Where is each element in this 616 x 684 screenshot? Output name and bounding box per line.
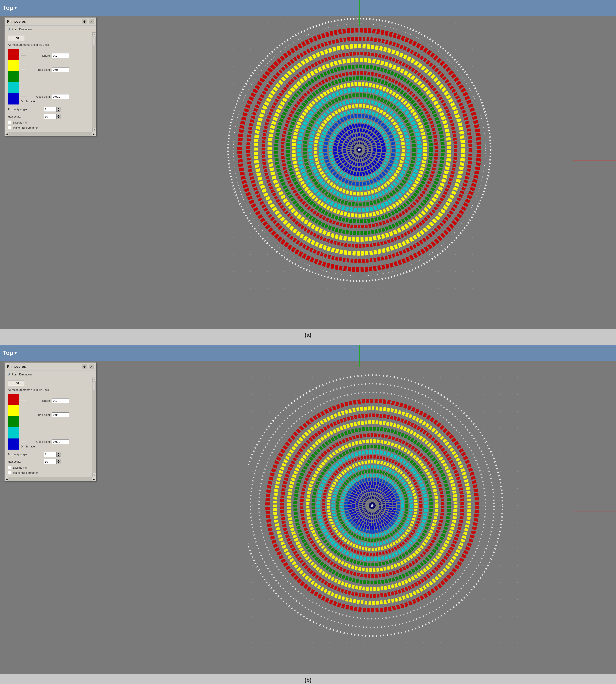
hair-scale-arrows-b: ▲ ▼ — [57, 459, 61, 464]
color-swatches-a — [8, 49, 19, 105]
vscroll-down-b[interactable]: ▼ — [92, 473, 96, 477]
swatch-green-a — [8, 71, 19, 82]
display-hair-checkbox-b[interactable] — [8, 466, 11, 469]
line-good-b — [21, 442, 26, 442]
tab-label-a: Point Deviation — [12, 27, 31, 31]
hscroll-right-b[interactable]: ▶ — [92, 477, 96, 481]
close-icon-a[interactable]: ✕ — [89, 19, 94, 24]
end-button-a[interactable]: End — [8, 35, 24, 41]
good-point-label-a: Good point: — [27, 95, 51, 98]
vscroll-thumb-b[interactable] — [93, 382, 96, 391]
circles-svg-a — [220, 11, 498, 289]
hair-scale-spinner-a: ▲ ▼ — [44, 114, 61, 119]
end-button-b[interactable]: End — [8, 380, 24, 386]
vscroll-thumb-a[interactable] — [93, 37, 96, 45]
ignore-input-b[interactable] — [52, 398, 69, 403]
axis-h-a — [573, 160, 616, 160]
proximity-input-a[interactable] — [44, 107, 57, 112]
hscroll-track-b — [9, 477, 92, 481]
bad-point-row-a: Bad point: — [21, 67, 89, 72]
make-hair-row-b: Make hair permanent — [8, 471, 89, 475]
panel-scroll-content-b: End All measurements are in file units — [5, 378, 92, 477]
vscroll-up-a[interactable]: ▲ — [92, 32, 96, 36]
color-fields-a: Ignore: Bad point: — [8, 49, 89, 105]
good-point-row-a: Good point: — [21, 94, 89, 99]
proximity-row-b: Proximity angle: ▲ ▼ — [8, 452, 89, 457]
swatch-red-a — [8, 49, 19, 60]
ignore-row-a: Ignore: — [21, 53, 89, 58]
hair-scale-input-a[interactable] — [44, 114, 57, 119]
panel-scroll-wrapper-a: End All measurements are in file units — [5, 32, 96, 132]
settings-icon-b[interactable]: ⚙ — [82, 364, 87, 369]
proximity-spinner-a: ▲ ▼ — [44, 107, 61, 112]
proximity-angle-label-a: Proximity angle: — [8, 108, 42, 111]
hair-scale-up-b[interactable]: ▲ — [57, 459, 61, 462]
hscroll-left-a[interactable]: ◀ — [5, 132, 9, 136]
vscroll-up-b[interactable]: ▲ — [92, 378, 96, 381]
svg-point-53 — [371, 504, 373, 507]
make-hair-checkbox-a[interactable] — [8, 126, 11, 129]
hair-scale-arrows-a: ▲ ▼ — [57, 114, 61, 119]
good-point-input-b[interactable] — [52, 439, 69, 444]
axis-h-b — [573, 511, 616, 512]
vscrollbar-b: ▲ ▼ — [92, 378, 96, 477]
proximity-up-b[interactable]: ▲ — [57, 452, 61, 454]
ignore-input-a[interactable] — [52, 53, 69, 58]
viewport-dropdown-b[interactable]: ▾ — [15, 350, 17, 356]
line-bad-b — [21, 415, 26, 415]
settings-icon-a[interactable]: ⚙ — [82, 19, 87, 24]
panel-scroll-content-a: End All measurements are in file units — [5, 32, 92, 132]
proximity-down-b[interactable]: ▼ — [57, 454, 61, 457]
display-hair-row-a: Display hair — [8, 121, 89, 124]
hair-scale-label-a: Hair scale: — [8, 115, 42, 118]
panel-content-b: End All measurements are in file units — [5, 378, 92, 477]
hair-scale-input-b[interactable] — [44, 459, 57, 464]
hair-scale-down-a[interactable]: ▼ — [57, 116, 61, 119]
good-point-input-a[interactable] — [52, 94, 69, 99]
panel-tab-b[interactable]: ⇄ Point Deviation — [5, 371, 96, 378]
proximity-input-b[interactable] — [44, 452, 57, 457]
hscroll-track-a — [9, 132, 92, 136]
viewport-dropdown-a[interactable]: ▾ — [15, 5, 17, 10]
vscroll-down-a[interactable]: ▼ — [92, 128, 96, 132]
proximity-down-a[interactable]: ▼ — [57, 109, 61, 112]
ignore-label-b: Ignore: — [27, 399, 51, 402]
make-hair-checkbox-b[interactable] — [8, 471, 11, 475]
caption-b: (b) — [0, 674, 616, 684]
hscroll-right-a[interactable]: ▶ — [92, 132, 96, 136]
rhino-panel-icons-b: ⚙ ✕ — [82, 364, 94, 369]
proximity-up-a[interactable]: ▲ — [57, 107, 61, 109]
panel-content-a: End All measurements are in file units — [5, 32, 92, 132]
swatch-red-b — [8, 394, 19, 405]
svg-point-25 — [358, 149, 361, 151]
line-ignore-a — [21, 56, 26, 56]
display-hair-checkbox-a[interactable] — [8, 121, 11, 124]
line-good-a — [21, 96, 26, 97]
viz-area-a — [103, 0, 616, 320]
panel-divider — [0, 341, 616, 345]
hair-scale-down-b[interactable]: ▼ — [57, 462, 61, 464]
rhino-panel-header-a: Rhinoceros ⚙ ✕ — [5, 18, 96, 26]
fields-column-b: Ignore: Bad point: — [19, 394, 89, 448]
ignore-row-b: Ignore: — [21, 398, 89, 403]
bad-point-input-a[interactable] — [52, 67, 69, 72]
hair-scale-row-b: Hair scale: ▲ ▼ — [8, 459, 89, 464]
swatch-green-b — [8, 416, 19, 427]
swatch-cyan-a — [8, 82, 19, 93]
swatch-blue-a — [8, 93, 19, 105]
swatch-yellow-b — [8, 405, 19, 416]
vscrollbar-a: ▲ ▼ — [92, 32, 96, 132]
hair-scale-up-a[interactable]: ▲ — [57, 114, 61, 116]
rhino-panel-a: Rhinoceros ⚙ ✕ ⇄ Point Deviation End — [4, 17, 96, 136]
make-hair-label-b: Make hair permanent — [13, 471, 39, 475]
bad-point-input-b[interactable] — [52, 413, 69, 417]
close-icon-b[interactable]: ✕ — [89, 364, 94, 369]
tab-icon-b: ⇄ — [7, 372, 10, 376]
good-point-row-b: Good point: — [21, 439, 89, 444]
fields-column-a: Ignore: Bad point: — [19, 49, 89, 103]
caption-a: (a) — [0, 329, 616, 341]
hscroll-left-b[interactable]: ◀ — [5, 477, 9, 481]
panel-scroll-wrapper-b: End All measurements are in file units — [5, 378, 96, 477]
panel-tab-a[interactable]: ⇄ Point Deviation — [5, 26, 96, 32]
proximity-row-a: Proximity angle: ▲ ▼ — [8, 107, 89, 112]
